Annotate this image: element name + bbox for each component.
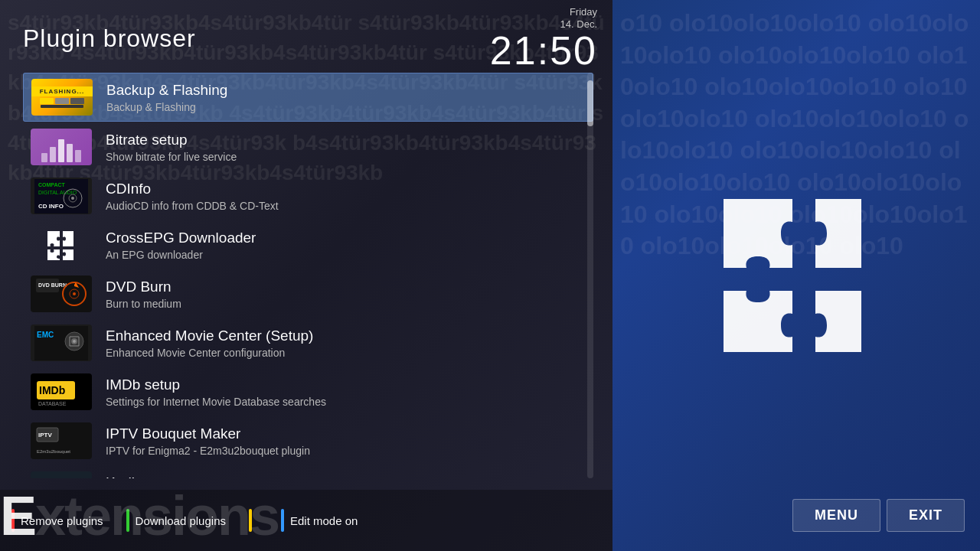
action-yellow[interactable]	[249, 509, 258, 532]
plugin-desc-backup-flashing: Backup & Flashing	[106, 101, 585, 113]
plugin-desc-imdb-setup: Settings for Internet Movie Database sea…	[106, 396, 586, 408]
exit-button[interactable]: EXIT	[887, 499, 965, 532]
plugin-icon-kodi: KODI	[31, 471, 92, 478]
action-edit[interactable]: Edit mode on	[281, 509, 358, 532]
plugin-info-dvd-burn: DVD BurnBurn to medium	[106, 278, 586, 311]
clock-time: 21:50	[490, 31, 597, 70]
action-remove[interactable]: Remove plugins	[11, 509, 103, 532]
plugin-icon-cdinfo: COMPACT DIGITAL AUDIO CD INFO	[31, 177, 92, 215]
plugin-icon-bitrate-setup	[31, 128, 92, 166]
plugin-desc-emc-setup: Enhanced Movie Center configuration	[106, 347, 586, 359]
svg-point-5	[71, 197, 74, 200]
app-title: Plugin browser	[23, 24, 196, 53]
puzzle-icon	[701, 176, 892, 375]
remove-dot	[11, 509, 15, 532]
plugin-list: FLASHING... Backup & FlashingBackup & Fl…	[23, 73, 593, 478]
plugin-icon-dvd-burn: DVD BURN	[31, 275, 92, 313]
plugin-desc-bitrate-setup: Show bitrate for live service	[106, 151, 586, 163]
download-label: Download plugins	[136, 514, 226, 527]
download-dot	[126, 509, 129, 532]
plugin-name-bitrate-setup: Bitrate setup	[106, 131, 586, 150]
plugin-item-crossepg[interactable]: CrossEPG DownloaderAn EPG downloader	[23, 221, 593, 269]
plugin-info-backup-flashing: Backup & FlashingBackup & Flashing	[106, 81, 585, 114]
svg-text:DATABASE: DATABASE	[38, 401, 67, 406]
right-panel	[612, 0, 980, 551]
plugin-desc-iptv-bouquet: IPTV for Enigma2 - E2m3u2bouquet plugin	[106, 445, 586, 457]
plugin-item-backup-flashing[interactable]: FLASHING... Backup & FlashingBackup & Fl…	[23, 73, 593, 122]
plugin-info-cdinfo: CDInfoAudioCD info from CDDB & CD-Text	[106, 180, 586, 213]
plugin-icon-iptv-bouquet: IPTV E2m3u2bouquet	[31, 422, 92, 460]
plugin-icon-imdb-setup: IMDb DATABASE	[31, 373, 92, 411]
plugin-info-bitrate-setup: Bitrate setupShow bitrate for live servi…	[106, 131, 586, 164]
svg-text:IMDb: IMDb	[39, 384, 65, 396]
plugin-info-imdb-setup: IMDb setupSettings for Internet Movie Da…	[106, 376, 586, 409]
plugin-name-imdb-setup: IMDb setup	[106, 376, 586, 395]
svg-text:CD INFO: CD INFO	[38, 203, 64, 210]
plugin-desc-crossepg: An EPG downloader	[106, 249, 586, 261]
plugin-name-kodi: Kodi	[106, 474, 586, 478]
svg-text:IPTV: IPTV	[38, 432, 52, 439]
plugin-icon-emc-setup: EMC	[31, 324, 92, 362]
svg-text:E2m3u2bouquet: E2m3u2bouquet	[37, 449, 70, 454]
edit-label: Edit mode on	[290, 514, 358, 527]
svg-rect-26	[34, 473, 88, 479]
bottom-bar: Remove plugins Download plugins Edit mod…	[0, 490, 612, 551]
scrollbar[interactable]	[587, 73, 593, 478]
plugin-info-crossepg: CrossEPG DownloaderAn EPG downloader	[106, 229, 586, 262]
edit-dot	[281, 509, 284, 532]
plugin-info-emc-setup: Enhanced Movie Center (Setup)Enhanced Mo…	[106, 327, 586, 360]
plugin-item-iptv-bouquet[interactable]: IPTV E2m3u2bouquet IPTV Bouquet MakerIPT…	[23, 417, 593, 465]
clock-date: Friday 14. Dec.	[490, 6, 597, 30]
svg-text:EMC: EMC	[37, 331, 54, 339]
plugin-name-crossepg: CrossEPG Downloader	[106, 229, 586, 248]
plugin-name-iptv-bouquet: IPTV Bouquet Maker	[106, 425, 586, 444]
svg-point-12	[73, 292, 76, 295]
plugin-name-cdinfo: CDInfo	[106, 180, 586, 199]
header: Plugin browser Friday 14. Dec. 21:50	[0, 0, 612, 69]
plugin-name-emc-setup: Enhanced Movie Center (Setup)	[106, 327, 586, 346]
svg-text:COMPACT: COMPACT	[38, 182, 66, 187]
plugin-item-cdinfo[interactable]: COMPACT DIGITAL AUDIO CD INFO CDInfoAudi…	[23, 172, 593, 220]
menu-button[interactable]: MENU	[792, 499, 880, 532]
plugin-item-imdb-setup[interactable]: IMDb DATABASE IMDb setupSettings for Int…	[23, 368, 593, 416]
scrollbar-thumb[interactable]	[587, 80, 593, 126]
clock-day: Friday	[570, 6, 597, 18]
plugin-info-iptv-bouquet: IPTV Bouquet MakerIPTV for Enigma2 - E2m…	[106, 425, 586, 458]
plugin-desc-cdinfo: AudioCD info from CDDB & CD-Text	[106, 200, 586, 212]
svg-point-17	[73, 340, 76, 343]
plugin-info-kodi: KodiKodi Launcher	[106, 474, 586, 478]
plugin-item-dvd-burn[interactable]: DVD BURN DVD BurnBurn to medium	[23, 270, 593, 318]
plugin-desc-dvd-burn: Burn to medium	[106, 298, 586, 310]
plugin-icon-backup-flashing: FLASHING...	[31, 78, 93, 116]
plugin-icon-crossepg	[31, 226, 92, 264]
plugin-item-kodi[interactable]: KODI KodiKodi Launcher	[23, 466, 593, 478]
bottom-buttons: MENU EXIT	[792, 499, 965, 532]
svg-text:DVD BURN: DVD BURN	[38, 282, 67, 288]
plugin-name-backup-flashing: Backup & Flashing	[106, 81, 585, 100]
clock-area: Friday 14. Dec. 21:50	[490, 6, 597, 70]
remove-label: Remove plugins	[21, 514, 103, 527]
action-download[interactable]: Download plugins	[126, 509, 226, 532]
plugin-item-bitrate-setup[interactable]: Bitrate setupShow bitrate for live servi…	[23, 123, 593, 171]
yellow-dot	[249, 509, 252, 532]
plugin-item-emc-setup[interactable]: EMC Enhanced Movie Center (Setup)Enhance…	[23, 319, 593, 367]
plugin-name-dvd-burn: DVD Burn	[106, 278, 586, 297]
